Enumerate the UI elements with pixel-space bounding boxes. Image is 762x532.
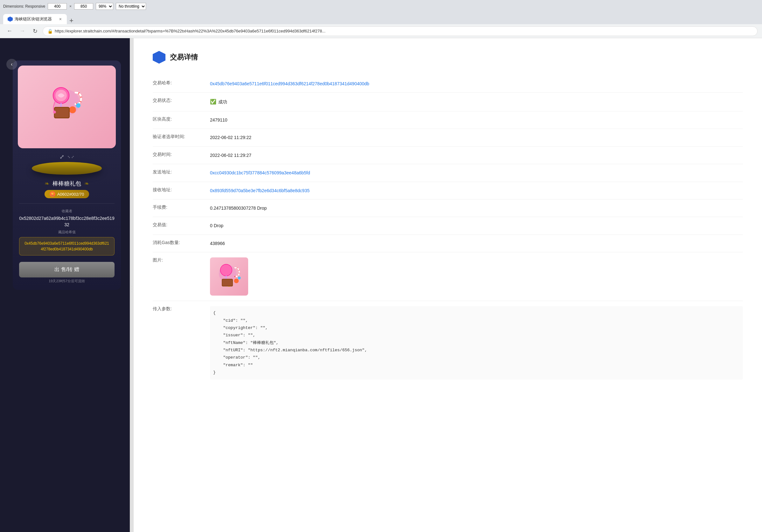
field-label: 区块高度:	[153, 111, 210, 128]
chain-logo-icon	[153, 51, 166, 64]
field-label: 交易状态:	[153, 93, 210, 112]
field-label: 消耗Gas数量:	[153, 235, 210, 252]
resize-handle[interactable]: · · ·	[130, 38, 134, 532]
field-label: 图片:	[153, 252, 210, 301]
nft-image-container	[18, 65, 116, 148]
field-value: ✅成功	[210, 93, 743, 112]
svg-point-9	[53, 111, 56, 114]
new-tab-button[interactable]: +	[67, 17, 76, 24]
browser-tab[interactable]: 海峡链区块链浏览器 ×	[3, 14, 67, 24]
field-label: 交易值:	[153, 217, 210, 235]
share-icon[interactable]: ⤢	[59, 153, 64, 160]
table-row: 交易值:0 Drop	[153, 217, 743, 235]
nft-edition-badge: 🏆 A0602#002/70	[44, 190, 89, 198]
svg-point-13	[234, 279, 239, 283]
nft-candy-art	[38, 78, 96, 135]
svg-rect-17	[222, 279, 232, 286]
table-row: 接收地址:0x893fd559d70a5be3e7fb2e6d34c6bf5a8…	[153, 182, 743, 199]
left-leaf-icon: ❧	[44, 180, 49, 187]
table-row: 交易时间:2022-06-02 11:29:27	[153, 146, 743, 164]
nft-name: 棒棒糖礼包	[52, 180, 81, 188]
field-value: 438966	[210, 235, 743, 252]
mobile-preview-panel: ‹	[0, 38, 134, 532]
dimensions-label: Dimensions: Responsive	[3, 4, 45, 9]
status-check-icon: ✅	[210, 98, 216, 106]
tab-close-button[interactable]: ×	[58, 17, 62, 22]
table-row: 图片:	[153, 252, 743, 301]
hash-box: 0x45db76e9403a6e5711e6f011ced994d363df62…	[19, 237, 114, 256]
badge-edition-text: A0602#002/70	[57, 192, 84, 196]
field-value: 2022-06-02 11:29:22	[210, 129, 743, 146]
table-row: 发送地址:0xcc04930dc1bc75f377884c576099a3ee4…	[153, 164, 743, 182]
field-label: 验证者选举时间:	[153, 129, 210, 146]
table-row: 交易哈希:0x45db76e9403a6e5711e6f011ced994d36…	[153, 75, 743, 93]
nft-thumbnail	[210, 258, 248, 296]
field-label: 手续费:	[153, 199, 210, 217]
table-row: 区块高度:2479110	[153, 111, 743, 128]
nft-card: ⤢ ⤡ ⤢ ❧ 棒棒糖礼包 ❧ 🏆 A0602#002/70	[13, 60, 121, 290]
right-leaf-icon: ❧	[84, 180, 89, 187]
status-text: 成功	[218, 98, 227, 105]
share-icon-row: ⤢ ⤡ ⤢	[13, 153, 121, 160]
collector-address: 0x52802d27a62a99b4c178bf3cc28e8f3c2ee519…	[19, 215, 114, 228]
svg-point-5	[76, 103, 81, 108]
refresh-button[interactable]: ↻	[30, 26, 40, 36]
lock-icon: 🔒	[47, 29, 53, 34]
field-label: 交易哈希:	[153, 75, 210, 93]
field-value	[210, 252, 743, 301]
tab-title: 海峡链区块链浏览器	[15, 16, 57, 22]
field-label: 交易时间:	[153, 146, 210, 164]
badge-icon: 🏆	[50, 191, 55, 197]
forward-button[interactable]: →	[17, 26, 27, 36]
table-row: 消耗Gas数量:438966	[153, 235, 743, 252]
svg-rect-8	[55, 108, 69, 118]
transaction-header: 交易详情	[153, 51, 743, 64]
rarity-label: 藏品哈希值	[19, 230, 114, 235]
field-value: 0 Drop	[210, 217, 743, 235]
table-row: 验证者选举时间:2022-06-02 11:29:22	[153, 129, 743, 146]
field-value[interactable]: 0x893fd559d70a5be3e7fb2e6d34c6bf5a8e8dc9…	[210, 182, 743, 199]
transaction-detail-panel: 交易详情 交易哈希:0x45db76e9403a6e5711e6f011ced9…	[134, 38, 762, 532]
back-nav-button[interactable]: ‹	[6, 59, 17, 70]
tx-link[interactable]: 0x45db76e9403a6e5711e6f011ced994d363df62…	[210, 81, 369, 86]
params-code-block: { "cid": "", "copyrighter": "", "issuer"…	[210, 306, 743, 380]
transaction-table: 交易哈希:0x45db76e9403a6e5711e6f011ced994d36…	[153, 75, 743, 385]
width-input[interactable]	[48, 3, 67, 10]
nft-image-background	[18, 65, 116, 148]
url-text: https://explorer.straitchain.com/#/trans…	[55, 29, 753, 34]
collector-section: 收藏者 0x52802d27a62a99b4c178bf3cc28e8f3c2e…	[13, 209, 121, 235]
svg-point-4	[69, 106, 76, 113]
table-row: 传入参数:{ "cid": "", "copyrighter": "", "is…	[153, 301, 743, 385]
field-value: 2479110	[210, 111, 743, 128]
share-expand-icon: ⤡ ⤢	[67, 155, 74, 159]
tx-link[interactable]: 0x893fd559d70a5be3e7fb2e6d34c6bf5a8e8dc9…	[210, 188, 310, 193]
field-label: 发送地址:	[153, 164, 210, 182]
table-row: 手续费:0.24713785800307278 Drop	[153, 199, 743, 217]
field-value[interactable]: 0x45db76e9403a6e5711e6f011ced994d363df62…	[210, 75, 743, 93]
tab-favicon	[8, 17, 13, 22]
collector-label: 收藏者	[19, 209, 114, 213]
field-value: 0.24713785800307278 Drop	[210, 199, 743, 217]
zoom-select[interactable]: 98%	[96, 3, 113, 10]
svg-point-11	[220, 265, 232, 276]
field-label: 传入参数:	[153, 301, 210, 385]
page-title: 交易详情	[170, 52, 198, 62]
divider	[19, 203, 114, 204]
field-value: 2022-06-02 11:29:27	[210, 146, 743, 164]
address-bar[interactable]: 🔒 https://explorer.straitchain.com/#/tra…	[42, 27, 758, 36]
throttle-select[interactable]: No throttling	[116, 3, 146, 10]
status-badge: ✅成功	[210, 98, 227, 106]
nft-pedestal	[32, 162, 102, 175]
svg-point-14	[238, 276, 241, 279]
back-button[interactable]: ←	[4, 26, 15, 36]
sell-transfer-button[interactable]: 出 售/转 赠	[19, 262, 114, 277]
dimension-separator: ×	[69, 4, 72, 9]
table-row: 交易状态:✅成功	[153, 93, 743, 112]
tx-link[interactable]: 0xcc04930dc1bc75f377884c576099a3ee48a6b5…	[210, 170, 310, 175]
field-label: 接收地址:	[153, 182, 210, 199]
height-input[interactable]	[74, 3, 93, 10]
field-value[interactable]: 0xcc04930dc1bc75f377884c576099a3ee48a6b5…	[210, 164, 743, 182]
field-value: { "cid": "", "copyrighter": "", "issuer"…	[210, 301, 743, 385]
resize-dots-icon: · · ·	[130, 286, 133, 293]
hash-value: 0x45db76e9403a6e5711e6f011ced994d363df62…	[24, 241, 110, 252]
